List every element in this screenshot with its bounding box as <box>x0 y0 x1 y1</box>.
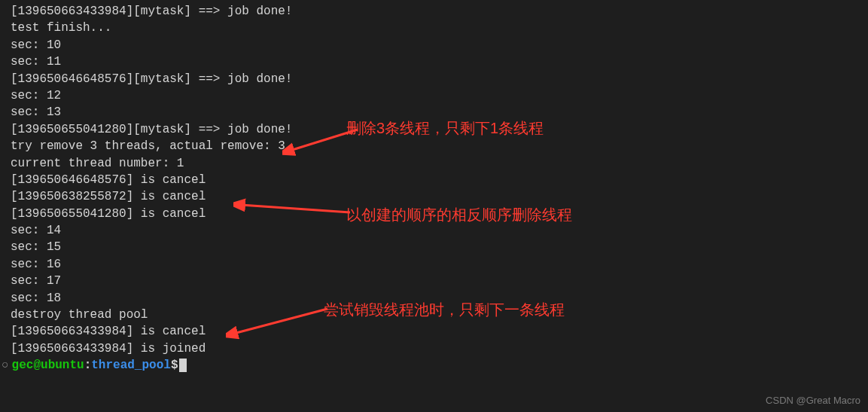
terminal-line: [139650655041280][mytask] ==> job done! <box>11 121 857 138</box>
cursor-icon <box>179 359 187 372</box>
terminal-line: [139650638255872] is cancel <box>11 188 857 205</box>
prompt-user: gec <box>12 357 34 374</box>
terminal-line: sec: 16 <box>11 256 857 273</box>
terminal-line: try remove 3 threads, actual remove: 3 <box>11 138 857 154</box>
terminal-line: sec: 12 <box>11 87 857 104</box>
prompt-host: ubuntu <box>41 357 84 374</box>
terminal-line: [139650663433984] is joined <box>11 340 857 357</box>
terminal-line: sec: 11 <box>11 53 857 70</box>
terminal-line: [139650655041280] is cancel <box>11 206 857 222</box>
prompt-colon: : <box>84 357 92 374</box>
terminal-line: destroy thread pool <box>11 307 857 323</box>
terminal-line: current thread number: 1 <box>11 155 857 172</box>
terminal-line: [139650646648576][mytask] ==> job done! <box>11 71 857 87</box>
terminal-line: [139650663433984] is cancel <box>11 323 857 340</box>
prompt-path: thread_pool <box>91 357 171 374</box>
terminal-line: sec: 18 <box>11 290 857 307</box>
terminal-line: sec: 13 <box>11 104 857 121</box>
prompt-status-icon: ○ <box>2 357 9 374</box>
shell-prompt[interactable]: ○ gec@ubuntu:thread_pool$ <box>11 357 857 374</box>
terminal-line: [139650646648576] is cancel <box>11 172 857 188</box>
terminal-line: sec: 17 <box>11 273 857 289</box>
watermark: CSDN @Great Macro <box>766 394 860 407</box>
terminal-line: sec: 10 <box>11 37 857 53</box>
terminal-line: sec: 15 <box>11 239 857 255</box>
terminal-line: [139650663433984][mytask] ==> job done! <box>11 3 857 20</box>
prompt-end: $ <box>171 357 178 374</box>
terminal-line: sec: 14 <box>11 222 857 239</box>
terminal-line: test finish... <box>11 20 857 36</box>
prompt-at: @ <box>33 357 41 374</box>
